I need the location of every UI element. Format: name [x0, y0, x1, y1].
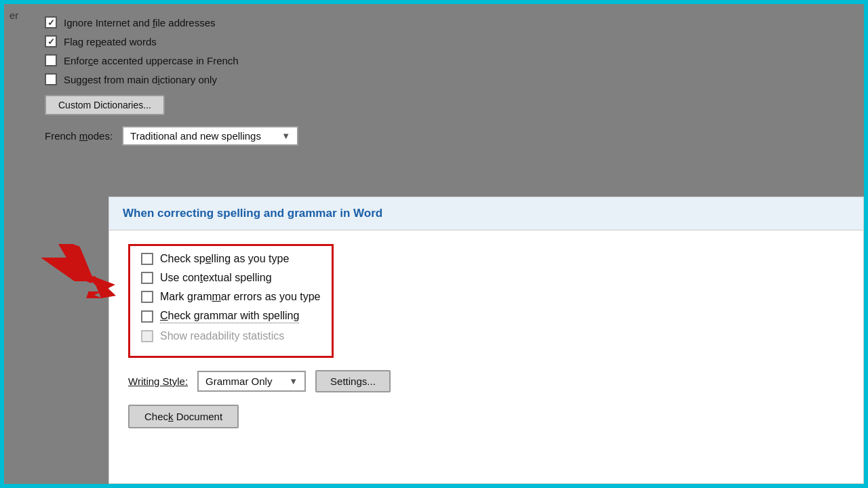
check-doc-btn-label: Check Document — [144, 411, 222, 422]
writing-style-dropdown-arrow: ▼ — [289, 376, 298, 386]
checkbox-suggest-main[interactable]: Suggest from main dictionary only — [45, 73, 844, 85]
dialog-checkbox-grammar-spelling[interactable]: Check grammar with spelling — [141, 310, 321, 323]
dialog-checkbox-check-spelling[interactable]: Check spelling as you type — [141, 253, 321, 265]
red-border-box: Check spelling as you type Use contextua… — [128, 244, 334, 358]
french-modes-dropdown[interactable]: Traditional and new spellings ▼ — [122, 126, 298, 146]
dialog-header: When correcting spelling and grammar in … — [109, 197, 863, 230]
dialog-title: When correcting spelling and grammar in … — [123, 207, 382, 220]
french-modes-dropdown-text: Traditional and new spellings — [130, 130, 275, 142]
checkbox-suggest-main-box[interactable] — [45, 73, 57, 85]
french-modes-label: French modes: — [45, 130, 113, 142]
checkbox-flag-repeated[interactable]: Flag repeated words — [45, 35, 844, 47]
dialog-checkbox-contextual-label: Use contextual spelling — [160, 272, 272, 284]
writing-style-dropdown-text: Grammar Only — [205, 375, 283, 387]
dialog-checkbox-grammar-spelling-label: Check grammar with spelling — [160, 310, 299, 323]
checkbox-suggest-main-label: Suggest from main dictionary only — [64, 74, 217, 85]
custom-dict-btn-label: Custom Dictionaries... — [58, 100, 151, 110]
dialog-checkbox-check-spelling-label: Check spelling as you type — [160, 253, 289, 265]
dialog-checkbox-readability[interactable]: Show readability statistics — [141, 330, 321, 342]
dialog-checkbox-mark-grammar-label: Mark grammar errors as you type — [160, 291, 321, 303]
settings-btn-label: Settings... — [330, 375, 376, 387]
bottom-border — [0, 484, 868, 488]
check-document-button[interactable]: Check Document — [128, 405, 239, 428]
dialog-checkbox-grammar-spelling-box[interactable] — [141, 310, 153, 323]
dialog-checkbox-contextual-box[interactable] — [141, 272, 153, 284]
custom-dictionaries-button[interactable]: Custom Dictionaries... — [45, 95, 165, 115]
dialog-checkbox-contextual[interactable]: Use contextual spelling — [141, 272, 321, 284]
dialog-checkbox-mark-grammar[interactable]: Mark grammar errors as you type — [141, 291, 321, 303]
right-border — [864, 0, 868, 488]
checkbox-ignore-internet-box[interactable] — [45, 16, 57, 28]
dialog-body: Check spelling as you type Use contextua… — [109, 230, 863, 442]
dialog-checkbox-readability-box[interactable] — [141, 330, 153, 342]
writing-style-row: Writing Style: Grammar Only ▼ Settings..… — [128, 370, 844, 392]
checkbox-enforce-accented-box[interactable] — [45, 54, 57, 66]
settings-button[interactable]: Settings... — [315, 370, 391, 392]
dialog-checkbox-check-spelling-box[interactable] — [141, 253, 153, 265]
checkbox-enforce-accented[interactable]: Enforce accented uppercase in French — [45, 54, 844, 66]
upper-section: er Ignore Internet and file addresses Fl… — [4, 4, 864, 158]
writing-style-dropdown[interactable]: Grammar Only ▼ — [197, 371, 306, 392]
french-modes-dropdown-arrow: ▼ — [281, 131, 290, 141]
main-dialog: When correcting spelling and grammar in … — [108, 197, 864, 484]
checkbox-flag-repeated-box[interactable] — [45, 35, 57, 47]
french-modes-row: French modes: Traditional and new spelli… — [45, 126, 844, 146]
red-arrow — [34, 244, 122, 298]
checkbox-flag-repeated-label: Flag repeated words — [64, 36, 157, 47]
checkbox-ignore-internet[interactable]: Ignore Internet and file addresses — [45, 16, 844, 28]
checkbox-enforce-accented-label: Enforce accented uppercase in French — [64, 55, 239, 66]
checkbox-ignore-internet-label: Ignore Internet and file addresses — [64, 17, 216, 28]
writing-style-label: Writing Style: — [128, 375, 188, 387]
edge-label: er — [9, 9, 18, 21]
dialog-checkbox-readability-label: Show readability statistics — [160, 330, 284, 342]
dialog-checkbox-mark-grammar-box[interactable] — [141, 291, 153, 303]
